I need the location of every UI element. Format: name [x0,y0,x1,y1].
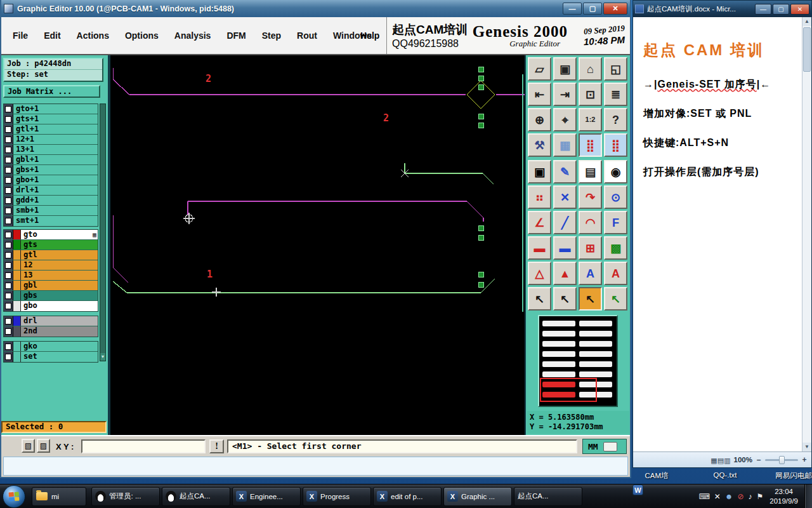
zoom-in-button[interactable]: + [801,455,808,464]
profile-icon[interactable]: ▣ [528,160,551,184]
pad-icon[interactable]: ◉ [604,160,627,184]
layer-visibility-checkbox[interactable] [4,104,13,114]
layer-row[interactable]: gbl [4,281,98,291]
panel-preview[interactable] [538,315,618,407]
start-button[interactable] [3,485,25,508]
layer-color-swatch[interactable] [13,240,21,250]
layer-color-swatch[interactable] [13,281,21,290]
taskbar-item[interactable]: 起点CA... [162,487,230,506]
taskbar-pinned-folder[interactable]: mi [32,487,86,506]
pad[interactable] [478,272,483,277]
layer-row[interactable]: drl [4,316,98,326]
layer-color-swatch[interactable] [13,291,21,300]
pad[interactable] [478,76,483,81]
maximize-button[interactable]: ▢ [583,3,602,15]
menu-help[interactable]: Help [360,17,379,54]
menu-rout[interactable]: Rout [297,30,317,41]
close-button[interactable]: ✕ [790,4,809,15]
layer-visibility-checkbox[interactable] [4,326,13,337]
clipboard-icon[interactable]: ▱ [528,57,551,81]
pad[interactable] [478,114,483,119]
show-desktop-button[interactable] [804,485,812,508]
layer-queue-row[interactable]: smt+1 [4,216,98,226]
desktop-icon-label[interactable]: 网易闪电邮 [762,471,812,481]
select-pointer-icon[interactable]: ↖ [528,287,551,311]
user-icon[interactable]: ☻ [725,493,733,500]
menu-analysis[interactable]: Analysis [174,30,211,41]
angle-icon[interactable]: ∠ [528,211,551,234]
scroll-up-icon[interactable]: ▲ [802,17,811,26]
zoom-slider[interactable] [765,459,798,461]
maximize-button[interactable]: ▢ [773,4,789,15]
menu-file[interactable]: File [13,30,28,41]
layer-row[interactable]: 13 [4,271,98,281]
trace[interactable] [405,163,494,184]
trace[interactable] [113,267,128,283]
ruler-icon[interactable]: ▤ [579,160,602,184]
menu-step[interactable]: Step [262,30,281,41]
layer-visibility-checkbox[interactable] [4,206,13,215]
trace[interactable] [113,279,495,293]
layer-visibility-checkbox[interactable] [4,135,13,144]
select-mode-icon[interactable]: ▧ [22,439,35,453]
grid-icon[interactable]: ▦ [553,133,577,157]
trace[interactable] [113,68,466,95]
pad[interactable] [478,84,483,90]
display-icon[interactable]: ▣ [553,57,577,81]
triangle-outline-icon[interactable]: △ [528,262,551,285]
pad[interactable] [478,225,483,231]
taskbar-item[interactable]: Xedit of p... [373,487,442,506]
canvas[interactable]: 221 [113,55,525,435]
taskbar-clock[interactable]: 23:04 2019/9/9 [769,487,798,506]
select-net-icon[interactable]: ↖ [604,287,627,311]
apex-blue-icon[interactable]: A [579,262,602,285]
layer-queue-row[interactable]: gbo+1 [4,175,98,185]
menu-dfm[interactable]: DFM [226,30,246,41]
zoom-out-button[interactable]: – [756,455,762,464]
layer-visibility-checkbox[interactable] [4,230,13,239]
layer-visibility-checkbox[interactable] [4,271,13,280]
pad[interactable] [478,235,483,240]
job-matrix-button[interactable]: Job Matrix ... [3,85,100,98]
surface-draw-icon[interactable]: ✎ [553,160,577,184]
layer-row[interactable]: gko [4,342,98,352]
layer-queue-row[interactable]: gtl+1 [4,124,98,135]
layer-row[interactable]: gts [4,240,98,250]
layer-visibility-checkbox[interactable] [4,281,13,290]
menu-edit[interactable]: Edit [44,30,60,41]
layer-queue-row[interactable]: smb+1 [4,206,98,216]
scroll-thumb[interactable] [803,27,811,72]
layer-color-swatch[interactable] [13,316,21,326]
layer-queue-row[interactable]: 13+1 [4,145,98,155]
zoom-fit-icon[interactable]: ⌖ [553,108,577,131]
volume-icon[interactable]: ♪ [748,493,752,500]
layer-visibility-checkbox[interactable] [4,165,13,175]
layer-row[interactable]: gto▦ [4,230,98,240]
select-touch-icon[interactable]: ↖ [579,287,602,311]
triangle-filled-icon[interactable]: ▲ [553,262,577,285]
layer-queue-row[interactable]: gdd+1 [4,196,98,206]
zoom-1-2-icon[interactable]: 1:2 [579,108,602,131]
layer-visibility-checkbox[interactable] [4,185,13,195]
layer-visibility-checkbox[interactable] [4,291,13,300]
taskbar-item[interactable]: 管理员: ... [91,487,160,506]
zoom-level[interactable]: 100% [734,456,752,464]
pan-right-icon[interactable]: ⇥ [553,83,577,106]
x-server-icon[interactable]: ✕ [714,493,721,500]
layer-visibility-checkbox[interactable] [4,196,13,205]
layer-menu-icon[interactable]: ▦ [93,231,96,239]
layer-visibility-checkbox[interactable] [4,216,13,226]
genesis-titlebar[interactable]: Graphic Editor 10.00 (1@PCB-CAM1 - Windo… [1,0,630,17]
pad[interactable] [478,123,483,128]
desktop-icon-label[interactable]: CAM培 [625,471,688,481]
pad[interactable] [478,67,483,72]
layer-queue-row[interactable]: drl+1 [4,185,98,196]
taskbar-item[interactable]: W起点CA... [514,487,582,506]
layer-visibility-checkbox[interactable] [4,240,13,250]
layer-visibility-checkbox[interactable] [4,352,13,362]
layer-color-swatch[interactable] [13,326,21,337]
units-field[interactable]: MM [582,439,627,454]
layer-visibility-checkbox[interactable] [4,145,13,154]
dash-blue-icon[interactable]: ▬ [553,236,577,260]
text-icon[interactable]: F [604,211,627,234]
